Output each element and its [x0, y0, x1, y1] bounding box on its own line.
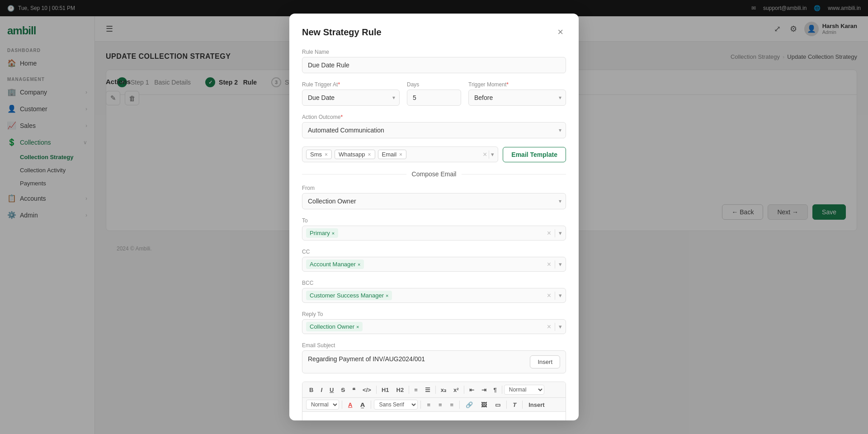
tb-link[interactable]: 🔗 [462, 400, 476, 410]
trigger-moment-select-wrap: Before ▾ [468, 90, 566, 106]
tag-sms: Sms × [306, 150, 332, 159]
modal-close-button[interactable]: × [555, 26, 566, 38]
cc-dropdown-button[interactable]: ▾ [559, 261, 562, 268]
divider-line-left [302, 174, 406, 175]
tb-font-select[interactable]: Sans SerifSerifMonospace [374, 400, 418, 410]
tb-insert[interactable]: Insert [525, 400, 547, 410]
tags-clear-button[interactable]: × [483, 151, 487, 159]
trigger-moment-group: Trigger Moment* Before ▾ [468, 81, 566, 106]
tb-indent-right[interactable]: ⇥ [478, 385, 490, 395]
to-label: To [302, 217, 566, 224]
email-subject-group: Email Subject Regarding Payment of INV/A… [302, 342, 566, 373]
insert-button[interactable]: Insert [530, 355, 560, 368]
tb-h1[interactable]: H1 [378, 385, 392, 395]
tb-sep-5 [502, 386, 502, 394]
tb-sep-4 [464, 386, 464, 394]
email-subject-value[interactable]: Regarding Payment of INV/AUG2024/001 [308, 355, 526, 363]
from-label: From [302, 185, 566, 191]
bcc-dropdown-button[interactable]: ▾ [559, 292, 562, 299]
cc-group: CC Account Manager × × ▾ [302, 249, 566, 272]
tb-align-left[interactable]: ≡ [424, 400, 434, 410]
reply-to-dropdown-button[interactable]: ▾ [559, 323, 562, 330]
tb-text-color[interactable]: A [345, 400, 355, 410]
tb-sep-r2-5 [506, 401, 507, 409]
cc-tag-remove[interactable]: × [358, 262, 360, 267]
rule-name-group: Rule Name [302, 49, 566, 73]
bcc-clear-button[interactable]: × [547, 292, 551, 300]
bcc-label: BCC [302, 280, 566, 286]
tb-code[interactable]: </> [359, 385, 374, 395]
days-label: Days [407, 81, 461, 88]
reply-to-divider [555, 323, 555, 331]
rule-trigger-select[interactable]: Due Date [302, 90, 400, 106]
to-field: Primary × × ▾ [302, 226, 566, 241]
rule-name-input[interactable] [302, 57, 566, 73]
editor-toolbar-row2: Normal A A̲ Sans SerifSerifMonospace ≡ ≡… [302, 398, 566, 412]
tb-blockquote[interactable]: ❝ [349, 385, 359, 395]
rule-trigger-group: Rule Trigger At* Due Date ▾ [302, 81, 400, 106]
email-template-button[interactable]: Email Template [503, 147, 566, 162]
from-group: From Collection Owner ▾ [302, 185, 566, 209]
tb-text-highlight[interactable]: A̲ [357, 400, 368, 410]
tb-block-select[interactable]: Normal [306, 400, 339, 410]
tb-italic[interactable]: I [317, 385, 326, 395]
tb-sep-3 [435, 386, 436, 394]
action-outcome-select[interactable]: Automated Communication [302, 122, 566, 138]
tb-image[interactable]: 🖼 [478, 400, 490, 410]
reply-to-tag: Collection Owner × [306, 322, 363, 331]
modal-header: New Strategy Rule × [302, 26, 566, 38]
trigger-moment-select[interactable]: Before [468, 90, 566, 106]
tb-ordered-list[interactable]: ≡ [411, 385, 421, 395]
action-outcome-label: Action Outcome* [302, 114, 566, 120]
tb-superscript[interactable]: x² [450, 385, 462, 395]
to-group: To Primary × × ▾ [302, 217, 566, 241]
modal-overlay: New Strategy Rule × Rule Name Rule Trigg… [0, 0, 868, 434]
cc-clear-button[interactable]: × [547, 260, 551, 269]
rule-trigger-select-wrap: Due Date ▾ [302, 90, 400, 106]
tb-align-center[interactable]: ≡ [435, 400, 445, 410]
trigger-moment-value: Before [474, 94, 493, 101]
tags-divider [489, 151, 489, 159]
to-dropdown-button[interactable]: ▾ [559, 230, 562, 236]
tb-align-right[interactable]: ≡ [447, 400, 457, 410]
to-tag-primary-remove[interactable]: × [332, 231, 335, 236]
bcc-group: BCC Customer Success Manager × × ▾ [302, 280, 566, 303]
bcc-tag-remove[interactable]: × [386, 293, 388, 298]
tag-whatsapp-label: Whatsapp [339, 151, 365, 158]
tb-h2[interactable]: H2 [393, 385, 407, 395]
editor-toolbar-row1: B I U S ❝ </> H1 H2 ≡ ☰ x₂ x² ⇤ ⇥ ¶ [302, 382, 566, 398]
tb-style-select[interactable]: NormalHeading 1Heading 2 [504, 385, 544, 395]
editor-body[interactable] [302, 412, 566, 420]
tb-clear-format[interactable]: T [509, 400, 519, 410]
from-select[interactable]: Collection Owner [302, 193, 566, 209]
tb-unordered-list[interactable]: ☰ [422, 385, 434, 395]
tb-underline[interactable]: U [326, 385, 337, 395]
tag-email-remove[interactable]: × [399, 151, 402, 158]
tb-paragraph[interactable]: ¶ [491, 385, 500, 395]
tags-dropdown-button[interactable]: ▾ [491, 151, 494, 158]
tag-sms-remove[interactable]: × [325, 151, 328, 158]
trigger-row: Rule Trigger At* Due Date ▾ Days Trigger… [302, 81, 566, 114]
cc-divider [555, 260, 555, 269]
tag-email-label: Email [382, 151, 397, 158]
tb-table[interactable]: ▭ [492, 400, 504, 410]
tb-bold[interactable]: B [306, 385, 316, 395]
tag-whatsapp-remove[interactable]: × [368, 151, 371, 158]
tb-subscript[interactable]: x₂ [438, 385, 449, 395]
tb-indent-left[interactable]: ⇤ [466, 385, 477, 395]
to-clear-button[interactable]: × [547, 229, 551, 237]
days-input[interactable] [407, 90, 461, 106]
email-subject-label: Email Subject [302, 342, 566, 349]
bcc-tag-csm: Customer Success Manager × [306, 291, 392, 300]
reply-to-tag-label: Collection Owner [310, 323, 354, 330]
reply-to-clear-button[interactable]: × [547, 323, 551, 331]
tb-sep-r2-4 [459, 401, 460, 409]
email-subject-wrap: Regarding Payment of INV/AUG2024/001 Ins… [302, 350, 566, 373]
divider-line-right [462, 174, 566, 175]
tb-strikethrough[interactable]: S [338, 385, 348, 395]
reply-to-tag-remove[interactable]: × [356, 324, 359, 330]
tb-sep-r2-6 [522, 401, 523, 409]
modal-title: New Strategy Rule [302, 27, 382, 38]
channel-row: Sms × Whatsapp × Email × × ▾ Email Templ… [302, 146, 566, 162]
bcc-divider [555, 292, 555, 300]
